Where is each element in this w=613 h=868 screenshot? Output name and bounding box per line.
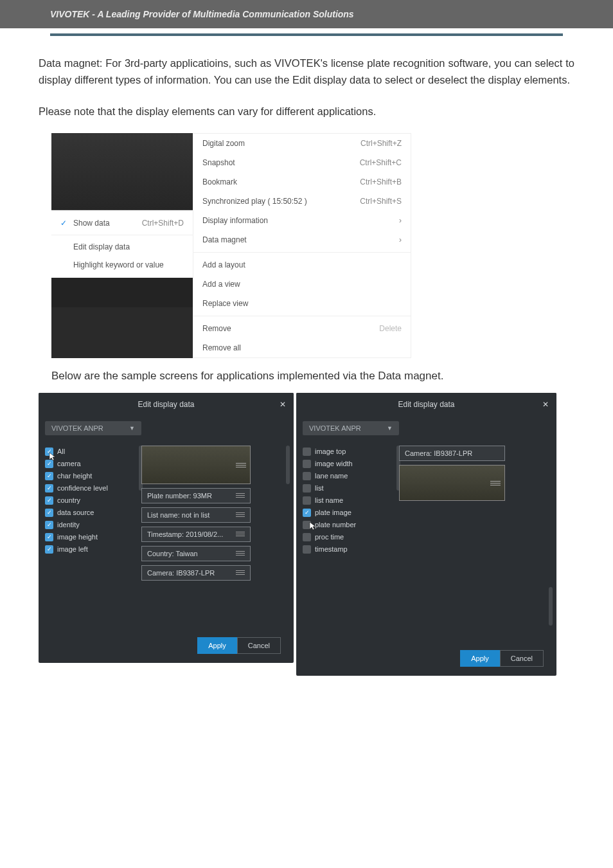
menu-label: Edit display data [73,242,130,251]
check-lane-name[interactable]: ✓lane name [303,470,393,482]
shortcut: Ctrl+Shift+D [142,219,184,228]
menu-item-data-magnet[interactable]: Data magnet› [193,230,411,249]
check-identity[interactable]: ✓identity [45,519,135,531]
menu-item-edit-display-data[interactable]: Edit display data [51,238,193,256]
preview-scrollbar[interactable] [286,446,290,484]
check-image-left[interactable]: ✓image left [45,543,135,556]
check-plate-image[interactable]: ✓plate image [303,507,393,519]
preview-pane: Camera: IB9387-LPR [399,446,550,645]
menu-item-replace-view[interactable]: Replace view [193,294,411,313]
caret-down-icon: ▼ [129,425,135,431]
check-image-width[interactable]: ✓image width [303,458,393,470]
chip-plate-number[interactable]: Plate number: 93MR [141,488,251,503]
chip-country[interactable]: Country: Taiwan [141,546,251,561]
paragraph-2: Please note that the display elements ca… [39,104,574,120]
cursor-icon [309,521,317,530]
drag-handle-icon [236,492,245,499]
chip-timestamp[interactable]: Timestamp: 2019/08/2... [141,527,251,542]
source-dropdown[interactable]: VIVOTEK ANPR▼ [45,421,141,435]
context-menu-screenshot: ✓ Show data Ctrl+Shift+D Edit display da… [51,133,411,358]
drag-handle-icon [236,462,246,468]
menu-item-snapshot[interactable]: SnapshotCtrl+Shift+C [193,153,411,172]
preview-scrollbar[interactable] [549,587,553,626]
menu-item-remove-all[interactable]: Remove all [193,338,411,357]
check-list-name[interactable]: ✓list name [303,494,393,507]
apply-button[interactable]: Apply [460,650,500,667]
check-proc-time[interactable]: ✓proc time [303,531,393,543]
chip-camera[interactable]: Camera: IB9387-LPR [399,446,505,461]
check-timestamp[interactable]: ✓timestamp [303,543,393,556]
edit-display-data-dialog-a: Edit display data ✕ VIVOTEK ANPR▼ ✓ All [39,393,294,663]
plate-image-preview[interactable] [399,465,505,501]
menu-item-show-data[interactable]: ✓ Show data Ctrl+Shift+D [51,214,193,232]
paragraph-1: Data magnet: For 3rd-party applicatioins… [39,55,574,88]
menu-item-digital-zoom[interactable]: Digital zoomCtrl+Shift+Z [193,134,411,153]
menu-item-sync-play[interactable]: Synchronized play ( 15:50:52 )Ctrl+Shift… [193,192,411,211]
menu-item-display-info[interactable]: Display information› [193,211,411,230]
field-checklist: ✓ All ✓camera ✓char height ✓confidence l… [45,446,135,632]
menu-item-remove[interactable]: RemoveDelete [193,319,411,338]
field-checklist: ✓image top ✓image width ✓lane name ✓list… [303,446,393,645]
video-thumbnail [51,133,193,210]
document-header: VIVOTEK - A Leading Provider of Multimed… [0,0,613,28]
menu-item-highlight[interactable]: Highlight keyword or value [51,256,193,274]
cancel-button[interactable]: Cancel [500,650,544,667]
menu-item-add-layout[interactable]: Add a layout [193,255,411,275]
context-menu: Digital zoomCtrl+Shift+Z SnapshotCtrl+Sh… [193,133,411,358]
check-char-height[interactable]: ✓char height [45,470,135,482]
check-data-source[interactable]: ✓data source [45,507,135,519]
chip-camera[interactable]: Camera: IB9387-LPR [141,565,251,581]
close-icon[interactable]: ✕ [542,400,549,409]
check-image-top[interactable]: ✓image top [303,446,393,458]
apply-button[interactable]: Apply [197,637,237,654]
check-icon: ✓ [60,219,68,228]
menu-label: Show data [73,219,110,228]
preview-pane: Plate number: 93MR List name: not in lis… [141,446,287,632]
drag-handle-icon [490,480,501,486]
edit-display-dialogs-screenshot: Edit display data ✕ VIVOTEK ANPR▼ ✓ All [39,393,574,676]
chevron-right-icon: › [399,216,402,225]
check-list[interactable]: ✓list [303,482,393,494]
chip-list-name[interactable]: List name: not in list [141,507,251,523]
menu-item-add-view[interactable]: Add a view [193,275,411,294]
check-camera[interactable]: ✓camera [45,458,135,470]
cursor-icon [49,452,57,461]
edit-display-data-dialog-b: Edit display data ✕ VIVOTEK ANPR▼ ✓image… [296,393,556,676]
chevron-right-icon: › [399,235,402,244]
cancel-button[interactable]: Cancel [237,637,281,654]
plate-image-preview[interactable] [141,446,251,484]
caret-down-icon: ▼ [387,425,393,431]
check-country[interactable]: ✓country [45,494,135,507]
check-confidence-level[interactable]: ✓confidence level [45,482,135,494]
check-image-height[interactable]: ✓image height [45,531,135,543]
source-dropdown[interactable]: VIVOTEK ANPR▼ [303,421,399,435]
check-plate-number[interactable]: ✓ plate number [303,519,393,531]
caption-text: Below are the sample screens for applica… [51,370,574,383]
data-magnet-submenu: ✓ Show data Ctrl+Shift+D Edit display da… [51,210,193,278]
close-icon[interactable]: ✕ [280,400,286,409]
dialog-title: Edit display data [138,400,194,409]
dialog-title: Edit display data [398,400,454,409]
check-all[interactable]: ✓ All [45,446,135,458]
menu-item-bookmark[interactable]: BookmarkCtrl+Shift+B [193,172,411,192]
menu-label: Highlight keyword or value [73,260,164,269]
